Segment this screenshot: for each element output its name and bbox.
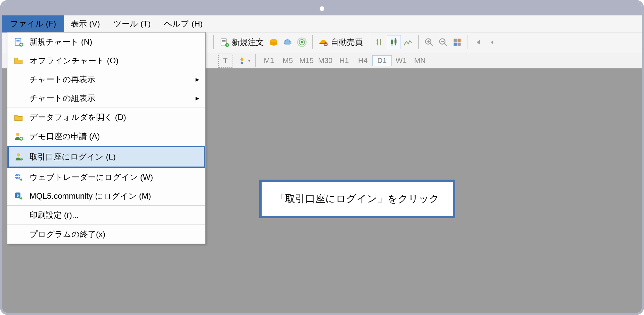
menu-tools-label: ツール (T) [113, 19, 151, 28]
zoom-in-icon-button[interactable] [422, 35, 436, 49]
menu-view[interactable]: 表示 (V) [64, 16, 107, 32]
timeframe-m5-label: M5 [283, 56, 293, 65]
svg-point-23 [16, 133, 19, 136]
folder-icon [14, 113, 23, 122]
new-order-label: 新規注文 [232, 37, 264, 48]
toolbar-separator [213, 35, 214, 49]
candlestick-icon [389, 38, 398, 47]
file-menu-new-chart[interactable]: 新規チャート (N) [7, 33, 205, 51]
svg-point-4 [301, 41, 303, 44]
shift-end-icon [488, 38, 497, 47]
timeframe-h1[interactable]: H1 [335, 56, 354, 65]
auto-trade-icon [319, 38, 328, 47]
text-tool-icon: T [223, 56, 227, 65]
menu-view-label: 表示 (V) [71, 19, 100, 28]
cloud-icon-button[interactable] [281, 35, 295, 49]
timeframe-m15-label: M15 [299, 56, 314, 65]
timeframe-mn-label: MN [414, 56, 426, 65]
toolbar-separator [312, 35, 313, 49]
svg-rect-11 [394, 40, 396, 44]
timeframe-m1[interactable]: M1 [260, 56, 278, 65]
timeframe-m1-label: M1 [264, 56, 274, 65]
toolbar-separator [255, 54, 256, 67]
timeframe-m15[interactable]: M15 [297, 56, 316, 65]
annotation-callout-text: 「取引口座にログイン」をクリック [275, 193, 439, 204]
zoom-out-icon [438, 38, 448, 47]
timeframe-d1-label: D1 [377, 56, 387, 65]
annotation-callout: 「取引口座にログイン」をクリック [259, 180, 455, 218]
timeframe-d1[interactable]: D1 [372, 55, 392, 66]
menu-tools[interactable]: ツール (T) [107, 16, 157, 32]
file-menu-exit-label: プログラムの終了(x) [30, 229, 199, 240]
open-folder-icon [14, 56, 23, 65]
new-order-button[interactable]: 新規注文 [217, 36, 267, 49]
timeframe-mn[interactable]: MN [411, 56, 429, 65]
file-menu-login-mql5[interactable]: 5 MQL5.community にログイン (M) [7, 187, 205, 206]
title-bar [2, 2, 642, 15]
objects-icon [237, 56, 247, 65]
svg-rect-21 [16, 42, 19, 42]
line-chart-icon [403, 38, 413, 47]
submenu-arrow-icon: ▶ [196, 96, 199, 101]
svg-rect-15 [458, 39, 461, 42]
timeframe-m30[interactable]: M30 [316, 56, 335, 65]
file-menu-chart-group[interactable]: チャートの組表示 ▶ [7, 89, 205, 108]
file-menu-open-data-folder[interactable]: データフォルダを開く (D) [7, 108, 205, 127]
timeframe-h4[interactable]: H4 [354, 56, 372, 65]
text-tool-button[interactable]: T [218, 54, 232, 68]
candlestick-icon-button[interactable] [387, 35, 401, 49]
bar-chart-icon [375, 38, 384, 47]
window-handle-dot [320, 6, 324, 11]
file-menu-login-mql5-label: MQL5.community にログイン (M) [30, 191, 199, 201]
menu-file-label: ファイル (F) [10, 19, 56, 28]
svg-rect-20 [16, 40, 19, 41]
bar-chart-icon-button[interactable] [373, 35, 387, 49]
book-icon [269, 38, 278, 47]
file-menu-login-trade[interactable]: 取引口座にログイン (L) [7, 146, 205, 168]
file-menu-login-trade-label: 取引口座にログイン (L) [30, 151, 198, 162]
file-menu-request-demo[interactable]: デモ口座の申請 (A) [7, 127, 205, 146]
app-window: ファイル (F) 表示 (V) ツール (T) ヘルプ (H) 新規注文 [0, 0, 644, 315]
objects-dropdown[interactable]: ▼ [237, 56, 251, 65]
svg-rect-10 [391, 40, 393, 44]
file-menu-offline-chart[interactable]: オフラインチャート (O) [7, 51, 205, 70]
menu-help[interactable]: ヘルプ (H) [157, 16, 209, 32]
zoom-in-icon [424, 38, 434, 47]
new-chart-icon [14, 37, 23, 47]
timeframe-m5[interactable]: M5 [278, 56, 297, 65]
menu-file[interactable]: ファイル (F) [2, 14, 64, 33]
toolbar-separator [214, 54, 214, 67]
svg-point-18 [241, 62, 243, 64]
timeframe-m30-label: M30 [318, 56, 332, 65]
book-icon-button[interactable] [267, 35, 281, 49]
shift-end-icon-button[interactable] [485, 35, 499, 49]
user-add-icon [14, 132, 23, 141]
file-menu-print-setup[interactable]: 印刷設定 (r)... [7, 206, 205, 225]
line-chart-icon-button[interactable] [401, 35, 415, 49]
annotation-callout-box: 「取引口座にログイン」をクリック [259, 180, 455, 218]
zoom-out-icon-button[interactable] [436, 35, 450, 49]
svg-rect-14 [454, 39, 457, 42]
svg-rect-16 [454, 43, 457, 46]
globe-login-icon [14, 173, 23, 182]
svg-rect-17 [458, 43, 461, 46]
file-menu-new-chart-label: 新規チャート (N) [30, 37, 199, 47]
timeframe-w1[interactable]: W1 [392, 56, 411, 65]
scroll-end-icon-button[interactable] [471, 35, 485, 49]
grid-icon-button[interactable] [450, 35, 464, 49]
toolbar-separator [369, 35, 369, 49]
svg-point-25 [17, 153, 20, 156]
signal-icon-button[interactable] [295, 35, 309, 49]
svg-rect-1 [222, 40, 226, 41]
file-menu-chart-group-label: チャートの組表示 [30, 93, 196, 104]
timeframe-w1-label: W1 [395, 56, 407, 65]
submenu-arrow-icon: ▶ [196, 77, 199, 82]
timeframe-h4-label: H4 [358, 56, 368, 65]
file-menu-request-demo-label: デモ口座の申請 (A) [30, 131, 199, 142]
toolbar-separator [468, 35, 468, 49]
mql5-icon: 5 [14, 191, 23, 201]
file-menu-exit[interactable]: プログラムの終了(x) [7, 225, 205, 244]
auto-trade-button[interactable]: 自動売買 [316, 36, 366, 49]
file-menu-redisplay-chart[interactable]: チャートの再表示 ▶ [7, 70, 205, 89]
file-menu-login-webtrader[interactable]: ウェブトレーダーにログイン (W) [7, 168, 205, 187]
